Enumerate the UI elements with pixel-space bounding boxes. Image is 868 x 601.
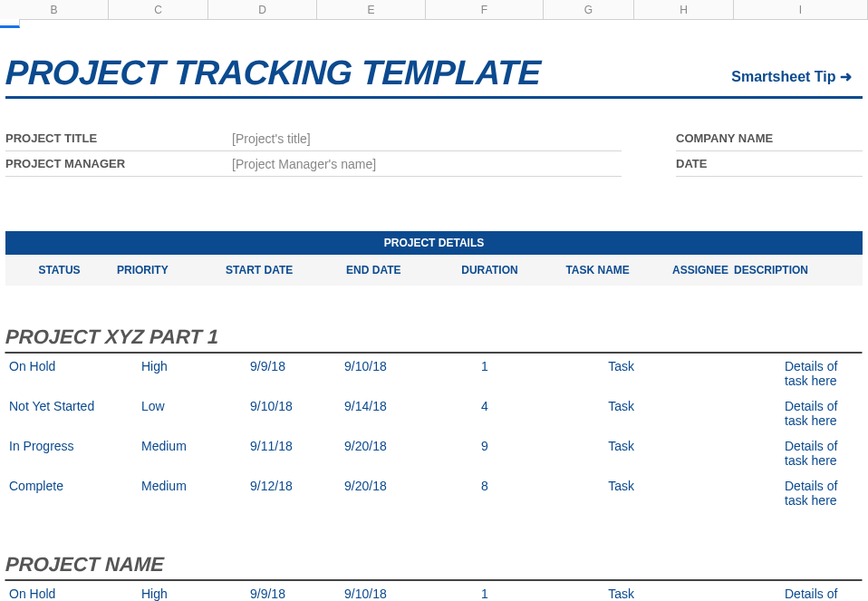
cell-priority[interactable]: Medium <box>114 479 214 508</box>
page-title: PROJECT TRACKING TEMPLATE <box>5 53 541 92</box>
cell-priority[interactable]: Low <box>114 399 214 428</box>
table-row[interactable]: On HoldHigh9/9/189/10/181TaskDetails of … <box>5 354 863 393</box>
cell-task-name[interactable]: Task <box>549 439 640 468</box>
col-header-f[interactable]: F <box>426 0 544 19</box>
project-manager-label: PROJECT MANAGER <box>5 157 232 170</box>
cell-end-date[interactable]: 9/14/18 <box>323 399 431 428</box>
cell-priority[interactable]: High <box>114 359 214 388</box>
project-manager-value[interactable]: [Project Manager's name] <box>232 157 376 171</box>
cell-duration[interactable]: 9 <box>431 439 549 468</box>
cell-duration[interactable]: 4 <box>431 399 549 428</box>
cell-end-date[interactable]: 9/10/18 <box>323 586 431 601</box>
cell-task-name[interactable]: Task <box>549 586 640 601</box>
company-name-label: COMPANY NAME <box>676 131 773 145</box>
spreadsheet-column-headers: B C D E F G H I <box>0 0 868 20</box>
header-start-date: START DATE <box>212 264 320 276</box>
cell-description[interactable]: Details of task here <box>739 586 863 601</box>
cell-duration[interactable]: 1 <box>431 586 549 601</box>
cell-end-date[interactable]: 9/20/18 <box>323 479 431 508</box>
table-row[interactable]: Not Yet StartedLow9/10/189/14/184TaskDet… <box>5 393 863 433</box>
col-header-h[interactable]: H <box>634 0 734 19</box>
smartsheet-tip-link[interactable]: Smartsheet Tip ➜ <box>731 68 863 92</box>
cell-status[interactable]: In Progress <box>5 439 114 468</box>
col-header-d[interactable]: D <box>208 0 317 19</box>
cell-duration[interactable]: 8 <box>431 479 549 508</box>
col-header-e[interactable]: E <box>317 0 426 19</box>
header-priority: PRIORITY <box>113 264 212 276</box>
cell-end-date[interactable]: 9/10/18 <box>323 359 431 388</box>
table-row[interactable]: In ProgressMedium9/11/189/20/189TaskDeta… <box>5 433 863 473</box>
table-row[interactable]: On HoldHigh9/9/189/10/181TaskDetails of … <box>5 581 863 601</box>
cell-priority[interactable]: High <box>114 586 214 601</box>
cell-end-date[interactable]: 9/20/18 <box>323 439 431 468</box>
meta-row-company-name: COMPANY NAME <box>676 126 863 151</box>
cell-assignee[interactable] <box>640 399 739 428</box>
header-description: DESCRIPTION <box>734 264 863 276</box>
cell-duration[interactable]: 1 <box>431 359 549 388</box>
project-meta: PROJECT TITLE [Project's title] PROJECT … <box>5 126 863 177</box>
cell-description[interactable]: Details of task here <box>739 399 863 428</box>
cell-start-date[interactable]: 9/10/18 <box>214 399 323 428</box>
header-task-name: TASK NAME <box>545 264 635 276</box>
col-header-c[interactable]: C <box>109 0 208 19</box>
cell-task-name[interactable]: Task <box>549 359 640 388</box>
col-header-b[interactable]: B <box>0 0 109 19</box>
header-end-date: END DATE <box>320 264 428 276</box>
col-header-g[interactable]: G <box>544 0 634 19</box>
project-title-label: PROJECT TITLE <box>5 131 232 145</box>
cell-task-name[interactable]: Task <box>549 479 640 508</box>
table-row[interactable]: CompleteMedium9/12/189/20/188TaskDetails… <box>5 473 863 513</box>
meta-row-project-title: PROJECT TITLE [Project's title] <box>5 126 622 151</box>
section-title: PROJECT NAME <box>5 553 863 581</box>
active-cell-indicator <box>0 19 20 28</box>
col-header-i[interactable]: I <box>734 0 868 19</box>
cell-assignee[interactable] <box>640 479 739 508</box>
cell-priority[interactable]: Medium <box>114 439 214 468</box>
cell-start-date[interactable]: 9/11/18 <box>214 439 323 468</box>
cell-task-name[interactable]: Task <box>549 399 640 428</box>
header-duration: DURATION <box>429 264 545 276</box>
cell-status[interactable]: On Hold <box>5 359 114 388</box>
cell-description[interactable]: Details of task here <box>739 439 863 468</box>
title-row: PROJECT TRACKING TEMPLATE Smartsheet Tip… <box>5 53 863 99</box>
cell-assignee[interactable] <box>640 586 739 601</box>
table-header-row: STATUS PRIORITY START DATE END DATE DURA… <box>5 255 863 286</box>
cell-status[interactable]: Not Yet Started <box>5 399 114 428</box>
project-title-value[interactable]: [Project's title] <box>232 131 311 146</box>
header-assignee: ASSIGNEE <box>635 264 734 276</box>
header-status: STATUS <box>5 264 113 276</box>
cell-assignee[interactable] <box>640 439 739 468</box>
cell-start-date[interactable]: 9/9/18 <box>214 586 323 601</box>
date-label: DATE <box>676 157 707 170</box>
cell-start-date[interactable]: 9/12/18 <box>214 479 323 508</box>
project-details-bar: PROJECT DETAILS <box>5 231 863 255</box>
meta-row-date: DATE <box>676 151 863 177</box>
cell-assignee[interactable] <box>640 359 739 388</box>
cell-start-date[interactable]: 9/9/18 <box>214 359 323 388</box>
cell-status[interactable]: Complete <box>5 479 114 508</box>
cell-description[interactable]: Details of task here <box>739 479 863 508</box>
cell-status[interactable]: On Hold <box>5 586 114 601</box>
cell-description[interactable]: Details of task here <box>739 359 863 388</box>
meta-row-project-manager: PROJECT MANAGER [Project Manager's name] <box>5 151 622 177</box>
section-title: PROJECT XYZ PART 1 <box>5 325 863 354</box>
